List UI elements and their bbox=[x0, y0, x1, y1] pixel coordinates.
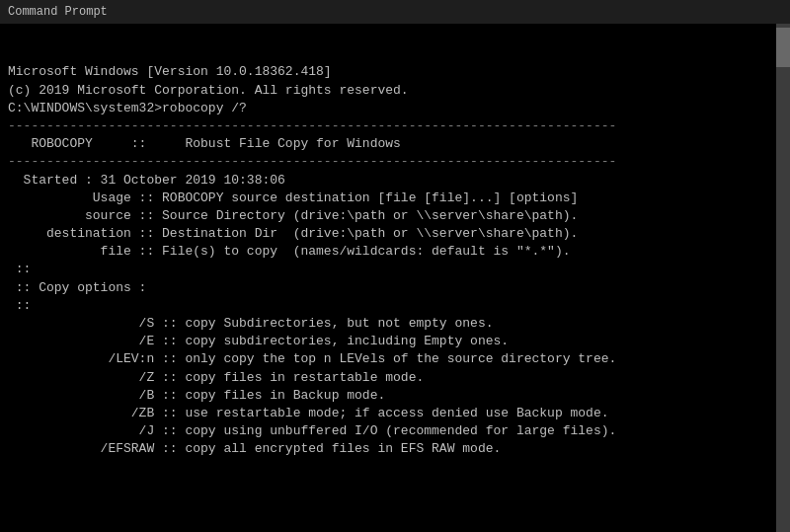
terminal-line: Microsoft Windows [Version 10.0.18362.41… bbox=[8, 63, 782, 81]
terminal-line: :: bbox=[8, 261, 782, 278]
terminal-line: /E :: copy subdirectories, including Emp… bbox=[8, 333, 782, 350]
terminal-line: /LEV:n :: only copy the top n LEVels of … bbox=[8, 350, 782, 368]
terminal-line: /Z :: copy files in restartable mode. bbox=[8, 369, 782, 387]
terminal-line: ROBOCOPY :: Robust File Copy for Windows bbox=[8, 135, 782, 153]
terminal-line: source :: Source Directory (drive:\path … bbox=[8, 207, 782, 225]
terminal-line: :: Copy options : bbox=[8, 279, 782, 297]
terminal-line: destination :: Destination Dir (drive:\p… bbox=[8, 225, 782, 243]
terminal-line: /B :: copy files in Backup mode. bbox=[8, 387, 782, 405]
terminal-line: ----------------------------------------… bbox=[8, 153, 782, 171]
scrollbar-thumb[interactable] bbox=[776, 28, 790, 67]
terminal-line: Started : 31 October 2019 10:38:06 bbox=[8, 172, 782, 190]
terminal-line: /ZB :: use restartable mode; if access d… bbox=[8, 405, 782, 422]
terminal-window: Command Prompt Microsoft Windows [Versio… bbox=[0, 0, 790, 532]
terminal-line: Usage :: ROBOCOPY source destination [fi… bbox=[8, 190, 782, 207]
terminal-line: file :: File(s) to copy (names/wildcards… bbox=[8, 243, 782, 261]
terminal-line: /EFSRAW :: copy all encrypted files in E… bbox=[8, 440, 782, 458]
terminal-line: C:\WINDOWS\system32>robocopy /? bbox=[8, 100, 782, 117]
terminal-line: ----------------------------------------… bbox=[8, 117, 782, 135]
terminal-line: /S :: copy Subdirectories, but not empty… bbox=[8, 315, 782, 333]
title-bar: Command Prompt bbox=[0, 0, 790, 24]
terminal-line: /J :: copy using unbuffered I/O (recomme… bbox=[8, 422, 782, 440]
title-text: Command Prompt bbox=[8, 5, 108, 19]
terminal-line: :: bbox=[8, 297, 782, 315]
scrollbar[interactable] bbox=[776, 24, 790, 532]
terminal-content[interactable]: Microsoft Windows [Version 10.0.18362.41… bbox=[0, 24, 790, 532]
terminal-line: (c) 2019 Microsoft Corporation. All righ… bbox=[8, 82, 782, 100]
